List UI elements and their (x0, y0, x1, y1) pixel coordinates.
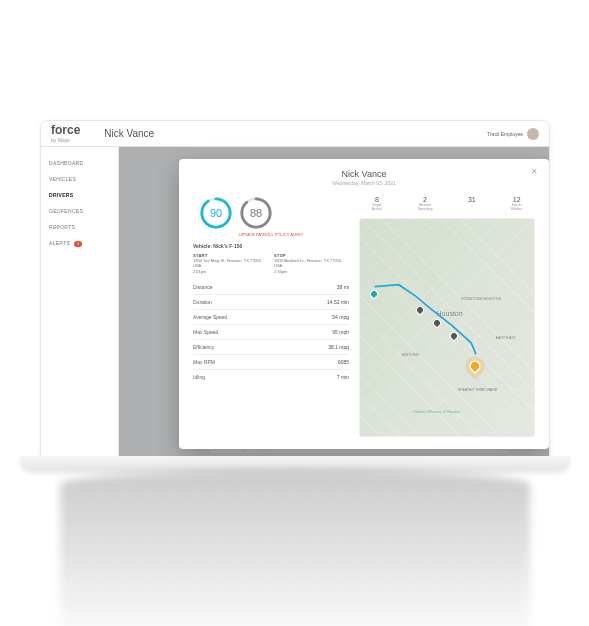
stop-address: 1000 Mattlock Ln, Houston, TX 77019, USA (274, 258, 349, 268)
vehicle-label: Vehicle: Nick's F-150 (193, 243, 349, 249)
fuel-score-donut: 88 (239, 196, 273, 230)
ev-num: 12 (511, 196, 522, 203)
stat-key: Average Speed (193, 314, 227, 320)
stop-time: 2:16pm (274, 269, 349, 274)
stat-key: Duration (193, 299, 212, 305)
stat-key: Distance (193, 284, 212, 290)
stat-val: 6085 (338, 359, 349, 365)
stat-val: 54 mpg (332, 314, 349, 320)
stat-row: Distance38 mi (193, 280, 349, 295)
ev-lab (468, 204, 476, 208)
close-icon[interactable]: ✕ (529, 167, 539, 177)
sidebar-item-alerts[interactable]: ALERTS 1 (41, 235, 118, 252)
start-address: 1904 Yao Ming St, Houston, TX 77002, USA (193, 258, 268, 268)
laptop-base (20, 456, 570, 470)
event-harsh-brakes: 12HarshBrakes (511, 196, 522, 212)
laptop-frame: force by Mojio Nick Vance Track Employee… (40, 120, 550, 460)
header-right: Track Employee (487, 128, 539, 140)
trip-map[interactable]: Houston DOWNTOWN HOUSTON GREATER THIRD W… (359, 218, 535, 437)
brand-name: force (51, 123, 80, 137)
modal-right-column: 8RapidAccels 2MinutesSpeeding 31 12Harsh… (359, 196, 535, 437)
stat-val: 38 mi (337, 284, 349, 290)
stat-val: 95 mph (332, 329, 349, 335)
fuel-score-value: 88 (239, 196, 273, 230)
ev-num: 31 (468, 196, 476, 203)
score-caption[interactable]: UPDATE PAYROLL POLICY ALERT (193, 232, 349, 237)
alerts-badge: 1 (74, 241, 83, 247)
stat-row: Duration14.52 min (193, 295, 349, 310)
ev-lab: MinutesSpeeding (418, 204, 433, 212)
ev-num: 8 (372, 196, 382, 203)
stats-table: Distance38 mi Duration14.52 min Average … (193, 280, 349, 384)
brand-byline: by Mojio (51, 137, 80, 143)
stat-val: 7 min (337, 374, 349, 380)
app-root: force by Mojio Nick Vance Track Employee… (41, 121, 549, 459)
stat-key: Max RPM (193, 359, 215, 365)
address-row: START 1904 Yao Ming St, Houston, TX 7700… (193, 253, 349, 274)
event-speeding: 2MinutesSpeeding (418, 196, 433, 212)
sidebar-item-dashboard[interactable]: DASHBOARD (41, 155, 118, 171)
route-line (360, 219, 534, 412)
trip-detail-modal: ✕ Nick Vance Wednesday, March 03, 2021 9… (179, 159, 549, 449)
sidebar-item-geofences[interactable]: GEOFENCES (41, 203, 118, 219)
brand: force by Mojio (51, 124, 80, 143)
modal-left-column: 90 88 UPDATE PAYROLL POLICY ALERT Vehicl… (193, 196, 349, 437)
stat-row: Idling7 min (193, 370, 349, 384)
stat-val: 38.1 mpg (328, 344, 349, 350)
safe-score-donut: 90 (199, 196, 233, 230)
safe-score-value: 90 (199, 196, 233, 230)
stop-block: STOP 1000 Mattlock Ln, Houston, TX 77019… (274, 253, 349, 274)
stat-key: Efficiency (193, 344, 214, 350)
stat-key: Max Speed (193, 329, 218, 335)
score-donuts: 90 88 (199, 196, 349, 230)
sidebar-item-drivers[interactable]: DRIVERS (41, 187, 118, 203)
stat-row: Max Speed95 mph (193, 325, 349, 340)
start-time: 2:01pm (193, 269, 268, 274)
laptop-shadow (60, 470, 530, 626)
page-title: Nick Vance (104, 128, 154, 139)
event-rapid-accels: 8RapidAccels (372, 196, 382, 212)
main-area: 90 88 91 123 Mission St · San Ramon, CA3… (119, 147, 549, 459)
sidebar-item-label: ALERTS (49, 240, 70, 246)
ev-lab: RapidAccels (372, 204, 382, 212)
stat-row: Max RPM6085 (193, 355, 349, 370)
app-header: force by Mojio Nick Vance Track Employee (41, 121, 549, 147)
modal-body: 90 88 UPDATE PAYROLL POLICY ALERT Vehicl… (193, 196, 535, 437)
sidebar-item-vehicles[interactable]: VEHICLES (41, 171, 118, 187)
stat-row: Efficiency38.1 mpg (193, 340, 349, 355)
stat-val: 14.52 min (327, 299, 349, 305)
sidebar-item-reports[interactable]: REPORTS (41, 219, 118, 235)
ev-lab: HarshBrakes (511, 204, 522, 212)
stat-row: Average Speed54 mpg (193, 310, 349, 325)
user-label: Track Employee (487, 131, 523, 137)
event-unknown: 31 (468, 196, 476, 212)
ev-num: 2 (418, 196, 433, 203)
sidebar: DASHBOARD VEHICLES DRIVERS GEOFENCES REP… (41, 147, 119, 459)
modal-subtitle: Wednesday, March 03, 2021 (193, 180, 535, 186)
start-block: START 1904 Yao Ming St, Houston, TX 7700… (193, 253, 268, 274)
event-summary: 8RapidAccels 2MinutesSpeeding 31 12Harsh… (359, 196, 535, 212)
modal-title: Nick Vance (193, 169, 535, 179)
stat-key: Idling (193, 374, 205, 380)
avatar[interactable] (527, 128, 539, 140)
